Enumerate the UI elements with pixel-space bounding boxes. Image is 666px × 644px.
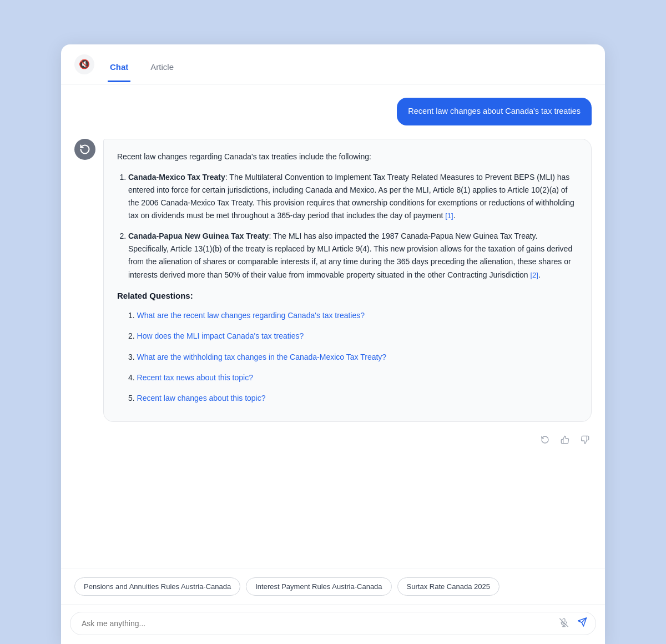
citation-2[interactable]: [2] — [530, 271, 538, 279]
user-bubble: Recent law changes about Canada's tax tr… — [397, 98, 592, 125]
treaty-name-1: Canada-Mexico Tax Treaty — [128, 173, 225, 182]
input-wrapper — [70, 612, 596, 635]
ai-avatar — [74, 139, 95, 160]
app-container: 🔇 Chat Article Recent law changes about … — [61, 44, 605, 644]
tab-chat[interactable]: Chat — [108, 51, 130, 82]
list-item: 5. Recent law changes about this topic? — [128, 392, 578, 405]
mute-icon: 🔇 — [79, 59, 90, 69]
user-message-row: Recent law changes about Canada's tax tr… — [74, 98, 592, 125]
suggestion-chip-3[interactable]: Surtax Rate Canada 2025 — [397, 577, 500, 596]
related-question-link[interactable]: How does the MLI impact Canada's tax tre… — [137, 331, 304, 340]
related-questions-list: 1. What are the recent law changes regar… — [117, 309, 578, 404]
list-item: Canada-Mexico Tax Treaty: The Multilater… — [128, 171, 578, 222]
header: 🔇 Chat Article — [61, 44, 605, 84]
list-item: 2. How does the MLI impact Canada's tax … — [128, 330, 578, 343]
tabs: Chat Article — [108, 47, 176, 82]
treaty-name-2: Canada-Papua New Guinea Tax Treaty — [128, 232, 269, 240]
ai-message-row: Recent law changes regarding Canada's ta… — [74, 139, 592, 422]
thumbs-down-button[interactable] — [578, 433, 592, 449]
related-question-link[interactable]: What are the recent law changes regardin… — [137, 311, 365, 320]
suggestion-chip-1[interactable]: Pensions and Annuities Rules Austria-Can… — [74, 577, 240, 596]
suggestions-row: Pensions and Annuities Rules Austria-Can… — [61, 568, 605, 605]
related-questions-title: Related Questions: — [117, 289, 578, 303]
suggestion-chip-2[interactable]: Interest Payment Rules Austria-Canada — [246, 577, 391, 596]
citation-1[interactable]: [1] — [445, 212, 453, 220]
refresh-button[interactable] — [538, 433, 552, 449]
chat-input[interactable] — [70, 612, 596, 635]
send-button[interactable] — [575, 615, 589, 632]
ai-items-list: Canada-Mexico Tax Treaty: The Multilater… — [117, 171, 578, 281]
chat-area: Recent law changes about Canada's tax tr… — [61, 84, 605, 568]
mute-button[interactable]: 🔇 — [74, 54, 94, 74]
input-area — [61, 605, 605, 644]
ai-actions — [74, 429, 592, 451]
thumbs-up-button[interactable] — [558, 433, 572, 449]
list-item: 1. What are the recent law changes regar… — [128, 309, 578, 322]
list-item: Canada-Papua New Guinea Tax Treaty: The … — [128, 230, 578, 281]
ai-bubble: Recent law changes regarding Canada's ta… — [103, 139, 592, 422]
related-question-link[interactable]: What are the withholding tax changes in … — [137, 353, 387, 361]
input-icons — [557, 615, 589, 632]
mic-off-button[interactable] — [557, 616, 571, 631]
list-item: 4. Recent tax news about this topic? — [128, 371, 578, 384]
related-questions: Related Questions: 1. What are the recen… — [117, 289, 578, 405]
list-item: 3. What are the withholding tax changes … — [128, 351, 578, 364]
tab-article[interactable]: Article — [148, 51, 176, 82]
related-question-link[interactable]: Recent law changes about this topic? — [137, 394, 266, 402]
related-question-link[interactable]: Recent tax news about this topic? — [137, 373, 253, 382]
ai-intro: Recent law changes regarding Canada's ta… — [117, 150, 578, 163]
